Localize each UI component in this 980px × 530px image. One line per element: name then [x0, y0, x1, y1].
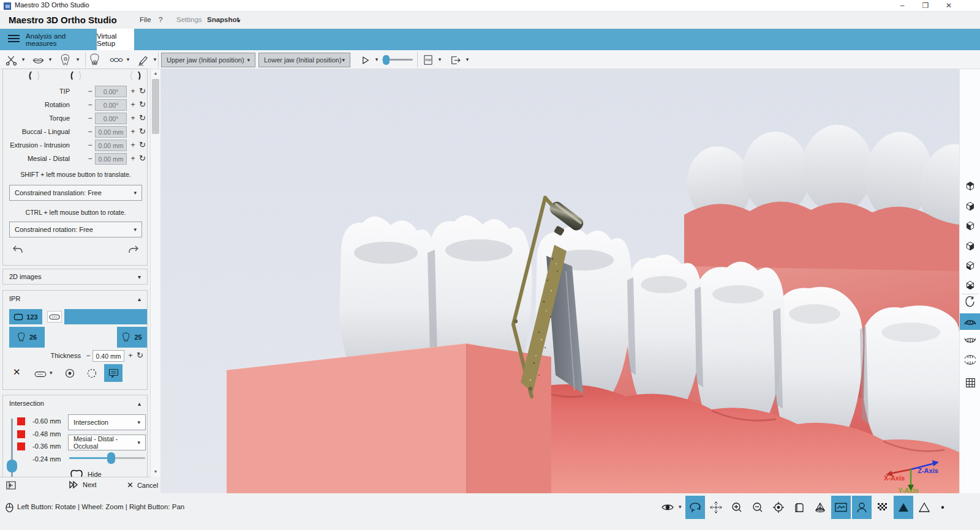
target-icon[interactable] [64, 368, 75, 379]
chevron-down-icon[interactable]: ▾ [437, 56, 443, 62]
reset-icon[interactable]: ↻ [137, 351, 143, 360]
decrement-button[interactable]: − [86, 141, 94, 149]
intersection-slider[interactable] [69, 457, 145, 459]
chevron-down-icon[interactable]: ▾ [125, 56, 131, 62]
ipr-label-toggle[interactable] [104, 364, 123, 382]
decrement-button[interactable]: − [86, 114, 94, 122]
view-cube-top-icon[interactable] [963, 179, 978, 193]
reset-icon[interactable]: ↻ [139, 86, 146, 95]
increment-button[interactable]: + [129, 114, 137, 122]
view-cube-right-icon[interactable] [963, 239, 978, 253]
redo-icon[interactable] [127, 244, 141, 255]
reset-icon[interactable]: ↻ [139, 140, 146, 149]
lips-icon[interactable] [31, 53, 45, 67]
perspective-button[interactable] [810, 496, 830, 519]
decrement-button[interactable]: − [86, 154, 94, 163]
export-icon[interactable] [448, 53, 462, 67]
chevron-down-icon[interactable]: ▾ [75, 56, 81, 62]
constrained-translation-select[interactable]: Constrained translation: Free▾ [9, 185, 142, 201]
field-value[interactable]: 0.00° [95, 86, 127, 97]
lower-jaw-select[interactable]: Lower jaw (Initial position)▾ [258, 53, 350, 67]
wireframe-render-button[interactable] [914, 496, 934, 519]
increment-button[interactable]: + [129, 100, 137, 109]
field-value[interactable]: 0.00 mm [95, 126, 127, 138]
chevron-down-icon[interactable]: ▾ [50, 370, 53, 376]
view-cube-bottom-icon[interactable] [963, 278, 978, 293]
menu-settings[interactable]: Settings [176, 16, 202, 23]
close-button[interactable]: ✕ [937, 0, 960, 12]
slider-knob[interactable] [383, 55, 390, 65]
collapse-panel-icon[interactable] [6, 481, 16, 490]
pencil-icon[interactable] [135, 53, 150, 67]
vertical-slider-knob[interactable] [7, 460, 17, 472]
scissors-icon[interactable] [4, 53, 18, 67]
tooth-bracket-icon[interactable] [58, 53, 73, 67]
pdf-icon[interactable]: PDF [421, 53, 435, 67]
solid-render-button[interactable] [894, 496, 913, 519]
chevron-down-icon[interactable]: ▾ [20, 56, 26, 62]
next-button[interactable]: Next [69, 480, 97, 489]
points-render-button[interactable] [935, 496, 950, 519]
animation-slider[interactable] [382, 59, 413, 61]
tooth-gear-icon[interactable] [88, 53, 102, 67]
ipr-value-bar[interactable] [64, 309, 147, 324]
view-cube-back-icon[interactable] [963, 199, 978, 214]
menu-help[interactable]: ? [159, 16, 162, 23]
ipr-strip-button[interactable] [47, 311, 62, 323]
decrement-button[interactable]: − [86, 87, 94, 95]
ipr-numbers-toggle[interactable]: 123 [9, 309, 42, 324]
reset-icon[interactable]: ↻ [139, 154, 146, 163]
thickness-value[interactable]: 0.40 mm [92, 350, 124, 362]
increment-button[interactable]: + [129, 87, 137, 95]
upper-arch-button[interactable] [960, 313, 980, 330]
field-value[interactable]: 0.00 mm [95, 140, 127, 151]
ipr-strip-mode-icon[interactable] [32, 368, 48, 380]
constrained-rotation-select[interactable]: Constrained rotation: Free▾ [9, 222, 142, 237]
both-arches-button[interactable] [963, 353, 978, 367]
pan-mode-button[interactable] [706, 496, 726, 519]
menu-file[interactable]: File [140, 16, 151, 23]
increment-button[interactable]: + [129, 154, 137, 163]
field-value[interactable]: 0.00° [95, 99, 127, 111]
zoom-out-button[interactable] [748, 496, 767, 519]
texture-button[interactable] [873, 496, 892, 519]
intersection-direction-select[interactable]: Mesial - Distal - Occlusal▾ [68, 435, 146, 450]
center-view-button[interactable] [769, 496, 788, 519]
zoom-in-button[interactable] [727, 496, 747, 519]
view-cube-front-icon[interactable] [963, 258, 978, 273]
undo-icon[interactable] [10, 244, 24, 255]
tab-analysis[interactable]: Analysis and measures [26, 29, 97, 50]
decrement-button[interactable]: − [86, 100, 94, 109]
minimize-button[interactable]: – [891, 0, 914, 12]
decrement-button[interactable]: − [85, 351, 92, 360]
panel-scrollbar[interactable]: ▴ ▾ [150, 69, 160, 477]
increment-button[interactable]: + [129, 141, 137, 149]
grid-icon[interactable] [963, 375, 978, 390]
visibility-button[interactable] [658, 496, 677, 519]
cancel-button[interactable]: ✕ Cancel [127, 480, 158, 490]
chevron-up-icon[interactable]: ▴ [138, 400, 141, 407]
field-value[interactable]: 0.00° [95, 113, 127, 124]
chevron-down-icon[interactable]: ▾ [238, 18, 241, 24]
chevron-down-icon[interactable]: ▾ [464, 56, 470, 62]
upper-jaw-select[interactable]: Upper jaw (Initial position)▾ [161, 53, 255, 67]
intersection-mode-select[interactable]: Intersection▾ [68, 414, 146, 430]
tooth-26-button[interactable]: 26 [9, 327, 45, 348]
reset-icon[interactable]: ↻ [139, 113, 146, 122]
reset-icon[interactable]: ↻ [139, 127, 146, 136]
menu-snapshot[interactable]: Snapshot [207, 16, 239, 23]
increment-button[interactable]: + [129, 127, 137, 136]
hide-tooth-icon[interactable] [69, 469, 84, 477]
patient-view-button[interactable] [852, 496, 872, 519]
chevron-down-icon[interactable]: ▾ [679, 504, 682, 510]
restore-button[interactable]: ❐ [914, 0, 937, 12]
scroll-down-icon[interactable]: ▾ [151, 468, 160, 476]
scroll-up-icon[interactable]: ▴ [151, 69, 160, 78]
viewport-3d[interactable]: X-Axis Z-Axis Y-Axis [160, 69, 959, 493]
field-value[interactable]: 0.00 mm [95, 153, 127, 165]
chevron-down-icon[interactable]: ▾ [152, 56, 158, 62]
chain-icon[interactable] [109, 53, 124, 67]
ipr-delete-icon[interactable]: ✕ [13, 367, 21, 378]
images-2d-section[interactable]: 2D images ▾ [2, 269, 148, 285]
chevron-up-icon[interactable]: ▴ [138, 296, 141, 302]
